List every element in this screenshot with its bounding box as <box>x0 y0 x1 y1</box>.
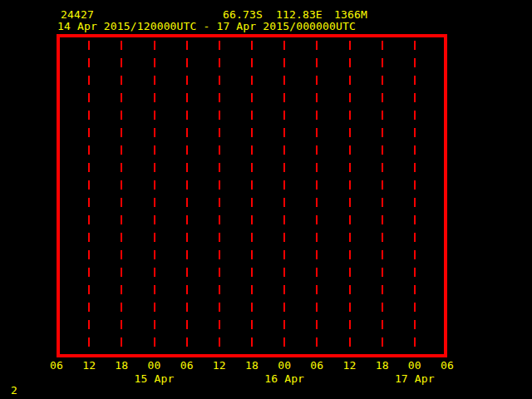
time-range-label: 14 Apr 2015/120000UTC - 17 Apr 2015/0000… <box>57 21 356 32</box>
x-tick-label: 06 <box>441 360 454 372</box>
vertical-dashed-gridline <box>219 37 220 354</box>
x-tick-label: 06 <box>50 360 63 372</box>
station-id: 24427 <box>61 9 94 21</box>
vertical-dashed-gridline <box>349 37 351 354</box>
x-tick-label: 00 <box>278 360 291 372</box>
x-tick-label: 18 <box>245 360 259 372</box>
x-tick-label: 00 <box>408 360 421 372</box>
x-tick-label: 12 <box>82 360 96 372</box>
x-tick-label: 06 <box>310 360 323 372</box>
x-tick-label: 00 <box>148 360 161 372</box>
vertical-dashed-gridline <box>283 37 285 354</box>
vertical-dashed-gridline <box>316 37 318 354</box>
station-longitude: 112.83E <box>276 9 323 21</box>
gridline-layer <box>57 37 447 354</box>
station-elevation: 1366M <box>334 9 367 21</box>
vertical-dashed-gridline <box>154 37 155 354</box>
vertical-dashed-gridline <box>414 37 416 354</box>
x-tick-label: 12 <box>343 360 357 372</box>
x-date-label: 15 Apr <box>135 373 175 385</box>
x-tick-label: 06 <box>180 360 194 372</box>
station-latitude: 66.73S <box>223 9 263 21</box>
vertical-dashed-gridline <box>88 37 90 354</box>
vertical-dashed-gridline <box>121 37 122 354</box>
x-date-label: 16 Apr <box>264 373 304 385</box>
x-tick-label: 18 <box>115 360 128 372</box>
meteogram-screen: 24427 66.73S 112.83E 1366M 14 Apr 2015/1… <box>0 0 532 399</box>
x-tick-label: 18 <box>376 360 389 372</box>
vertical-dashed-gridline <box>251 37 253 354</box>
x-date-label: 17 Apr <box>395 373 435 385</box>
vertical-dashed-gridline <box>186 37 188 354</box>
x-tick-label: 12 <box>213 360 226 372</box>
vertical-dashed-gridline <box>382 37 383 354</box>
page-number: 2 <box>11 385 17 397</box>
